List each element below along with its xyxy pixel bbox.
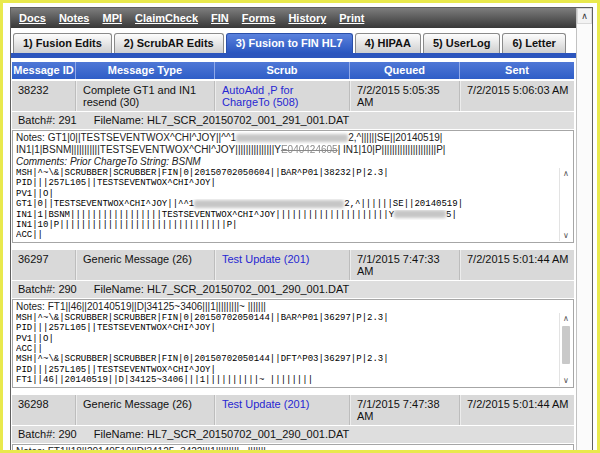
hl7-text: 2,^||||||SE||20140519| [344, 199, 463, 209]
app-window: Docs Notes MPI ClaimCheck FIN Forms Hist… [10, 7, 593, 450]
batch-row: Batch#: 290 FileName: HL7_SCR_20150702_0… [12, 281, 574, 298]
menu-item-history[interactable]: History [288, 12, 326, 24]
tab-strip: 1) Fusion Edits 2) ScrubAR Edits 3) Fusi… [11, 28, 576, 53]
hl7-line: GT1|0||TESTSEVENTWOX^CHI^JOY||^^12,^||||… [16, 199, 557, 209]
hl7-message-block: MSH|^~\&|SCRUBBER|SCRUBBER|FIN|0|2015070… [16, 313, 573, 386]
main-area: Docs Notes MPI ClaimCheck FIN Forms Hist… [11, 8, 576, 450]
menu-item-forms[interactable]: Forms [242, 12, 276, 24]
table-row[interactable]: 38232 Complete GT1 and IN1 resend (30) A… [12, 81, 574, 111]
notes-panel: Notes: GT1|0||TESTSEVENTWOX^CHI^JOY||^^1… [12, 130, 574, 243]
batch-label: Batch#: [18, 283, 55, 295]
message-type-cell: Generic Message (26) [76, 395, 215, 425]
message-id-cell: 38232 [12, 81, 76, 111]
hl7-line: IN1|1|BSNM|||||||||||||||||TESTSEVENTWOX… [16, 210, 557, 220]
table-header-row: Message ID Message Type Scrub Queued Sen… [12, 62, 574, 79]
tab-fusion-to-fin-hl7[interactable]: 3) Fusion to FIN HL7 [226, 33, 353, 53]
notes-line: Notes: GT1|0||TESTSEVENTWOX^CHI^JOY||^^1… [16, 132, 573, 144]
column-header-message-id[interactable]: Message ID [12, 62, 76, 79]
scrollbar-thumb[interactable] [562, 326, 570, 364]
row-gap [12, 243, 574, 248]
tab-userlog[interactable]: 5) UserLog [423, 33, 500, 53]
tab-content: Message ID Message Type Scrub Queued Sen… [11, 58, 576, 450]
batch-number: 291 [58, 114, 76, 126]
queued-cell: 7/1/2015 7:47:38 AM [350, 395, 460, 425]
tab-hipaa[interactable]: 4) HIPAA [355, 33, 421, 53]
sent-cell: 7/2/2015 5:06:03 AM [460, 81, 574, 111]
hl7-text: IN1|1|BSNM|||||||||||||||||TESTSEVENTWOX… [16, 210, 394, 220]
scroll-up-icon[interactable]: ∧ [560, 314, 572, 323]
hl7-scrollbar[interactable]: ∧ ∨ [559, 313, 572, 386]
sent-cell: 7/2/2015 5:01:44 AM [460, 395, 574, 425]
hl7-line: PID|||257L105||TESTSEVENTWOX^CHI^JOY| [16, 365, 557, 375]
hl7-line: PID|||257L105||TESTSEVENTWOX^CHI^JOY| [16, 178, 557, 188]
queued-cell: 7/1/2015 7:47:33 AM [350, 250, 460, 280]
message-type-cell: Complete GT1 and IN1 resend (30) [76, 81, 215, 111]
column-header-scrub[interactable]: Scrub [215, 62, 350, 79]
tab-fusion-edits[interactable]: 1) Fusion Edits [13, 33, 112, 53]
hl7-line: FT1||46||20140519||D|34125~3406|||1|||||… [16, 375, 557, 385]
filename-value: HL7_SCR_20150702_001_291_001.DAT [147, 114, 349, 126]
notes-text: Notes: GT1|0||TESTSEVENTWOX^CHI^JOY||^^1 [16, 132, 236, 143]
scroll-down-icon[interactable]: ∨ [560, 376, 572, 385]
menu-item-claimcheck[interactable]: ClaimCheck [135, 12, 198, 24]
notes-text: | IN1|10|P|||||||||||||||||||||P| [338, 144, 446, 155]
column-header-queued[interactable]: Queued [350, 62, 460, 79]
batch-number: 290 [58, 428, 76, 440]
menu-item-fin[interactable]: FIN [211, 12, 229, 24]
hl7-text: GT1|0||TESTSEVENTWOX^CHI^JOY||^^1 [16, 199, 194, 209]
scrub-link[interactable]: Test Update (201) [215, 395, 350, 425]
comments-line: Comments: Prior ChargeTo String: BSNM [16, 156, 573, 168]
scroll-down-icon[interactable]: ∨ [560, 231, 572, 240]
row-gap [12, 388, 574, 393]
menu-bar: Docs Notes MPI ClaimCheck FIN Forms Hist… [11, 8, 576, 28]
notes-line: Notes: FT1||46||20140519||D|34125~3406||… [16, 301, 573, 313]
notes-line: Notes: FT1||18||20140519||D|34125~3422||… [16, 446, 573, 450]
hl7-text: 5| [446, 210, 457, 220]
filename-label: FileName: [94, 283, 144, 295]
filename-value: HL7_SCR_20150702_001_290_001.DAT [147, 428, 349, 440]
batch-row: Batch#: 290 FileName: HL7_SCR_20150702_0… [12, 426, 574, 443]
batch-label: Batch#: [18, 114, 55, 126]
hl7-line: PV1||O| [16, 189, 557, 199]
app-frame: Docs Notes MPI ClaimCheck FIN Forms Hist… [0, 0, 600, 453]
hl7-scrollbar[interactable]: ∧ ∨ [559, 168, 572, 241]
scrub-link[interactable]: Test Update (201) [215, 250, 350, 280]
filename-label: FileName: [94, 114, 144, 126]
message-id-cell: 36298 [12, 395, 76, 425]
tab-scrubar-edits[interactable]: 2) ScrubAR Edits [114, 33, 224, 53]
hl7-line: MSH|^~\&|SCRUBBER|SCRUBBER|FIN|0|2015070… [16, 168, 557, 178]
redacted-text: E040424605 [281, 144, 338, 155]
hl7-line: PV1||O| [16, 334, 557, 344]
hl7-line: PID|||257L105||TESTSEVENTWOX^CHI^JOY| [16, 323, 557, 333]
hl7-line: MSH|^~\&|SCRUBBER|SCRUBBER|FIN|0|2015070… [16, 313, 557, 323]
redacted-text [394, 210, 446, 218]
hl7-line: ACC|| [16, 344, 557, 354]
hl7-line: IN1|10|P|||||||||||||||||||||||||||||||P… [16, 220, 557, 230]
notes-text: 2,^||||||SE||20140519| [348, 132, 442, 143]
tab-letter[interactable]: 6) Letter [502, 33, 565, 53]
menu-item-print[interactable]: Print [339, 12, 364, 24]
batch-label: Batch#: [18, 428, 55, 440]
message-type-cell: Generic Message (26) [76, 250, 215, 280]
scrub-link[interactable]: AutoAdd ,P for ChargeTo (508) [215, 81, 350, 111]
menu-item-notes[interactable]: Notes [59, 12, 90, 24]
notes-panel: Notes: FT1||46||20140519||D|34125~3406||… [12, 299, 574, 388]
menu-item-mpi[interactable]: MPI [102, 12, 122, 24]
column-header-message-type[interactable]: Message Type [76, 62, 215, 79]
hl7-message-block: MSH|^~\&|SCRUBBER|SCRUBBER|FIN|0|2015070… [16, 168, 573, 241]
redacted-text [236, 134, 348, 142]
column-header-sent[interactable]: Sent [460, 62, 574, 79]
scroll-up-icon[interactable]: ∧ [577, 8, 592, 24]
notes-text: IN1|1|BSNM|||||||||||TESTSEVENTWOX^CHI^J… [16, 144, 281, 155]
redacted-text [194, 200, 344, 208]
hl7-line: MSH|^~\&|SCRUBBER|SCRUBBER|FIN|0|2015070… [16, 354, 557, 364]
batch-row: Batch#: 291 FileName: HL7_SCR_20150702_0… [12, 112, 574, 129]
filename-value: HL7_SCR_20150702_001_290_001.DAT [147, 283, 349, 295]
menu-item-docs[interactable]: Docs [19, 12, 46, 24]
table-row[interactable]: 36297 Generic Message (26) Test Update (… [12, 250, 574, 280]
window-scrollbar[interactable]: ∧ [576, 8, 592, 450]
scroll-up-icon[interactable]: ∧ [560, 169, 572, 178]
table-row[interactable]: 36298 Generic Message (26) Test Update (… [12, 395, 574, 425]
filename-label: FileName: [94, 428, 144, 440]
notes-line: IN1|1|BSNM|||||||||||TESTSEVENTWOX^CHI^J… [16, 144, 573, 156]
